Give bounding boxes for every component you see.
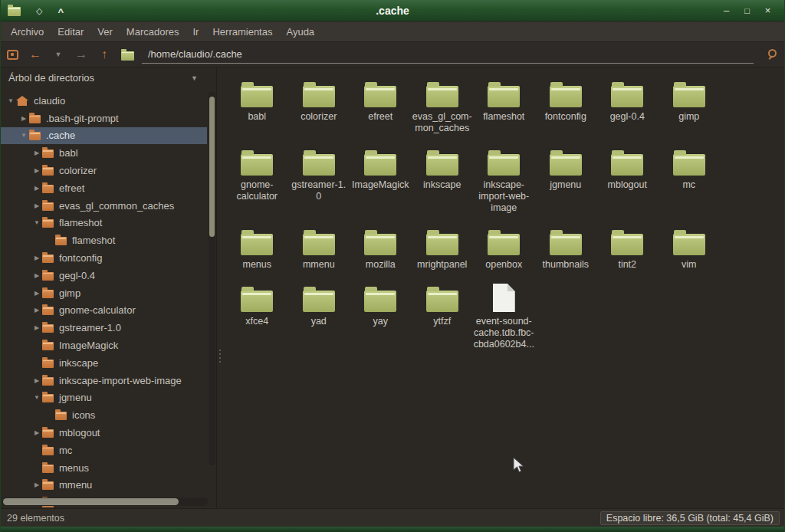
file-item-yad[interactable]: yad <box>288 281 350 361</box>
search-button[interactable] <box>758 44 784 65</box>
close-button[interactable]: × <box>757 0 778 21</box>
expander-collapsed-icon[interactable]: ▶ <box>18 115 29 122</box>
sidebar-mode-selector[interactable]: Árbol de directorios ▼ <box>1 67 216 88</box>
expander-collapsed-icon[interactable]: ▶ <box>31 202 42 209</box>
tree-item-menus[interactable]: menus <box>1 459 207 477</box>
scrollbar-thumb[interactable] <box>209 97 215 237</box>
tree-item-flameshot[interactable]: ▼flameshot <box>1 215 207 232</box>
expander-expanded-icon[interactable]: ▼ <box>18 132 29 139</box>
tree-item-evas_gl_common_caches[interactable]: ▶evas_gl_common_caches <box>1 197 207 215</box>
history-dropdown-button[interactable]: ▼ <box>47 44 70 65</box>
file-item-vim[interactable]: vim <box>659 225 721 281</box>
tree-item-ImageMagick[interactable]: ImageMagick <box>1 337 207 354</box>
icon-box <box>488 77 520 107</box>
back-button[interactable]: ← <box>24 44 47 65</box>
file-item-evas_gl_common_caches[interactable]: evas_gl_com-mon_caches <box>412 77 474 145</box>
sidebar-horizontal-scrollbar[interactable] <box>2 498 208 506</box>
expander-collapsed-icon[interactable]: ▶ <box>31 290 42 297</box>
pane-splitter[interactable] <box>217 67 225 508</box>
file-item-babl[interactable]: babl <box>226 77 288 145</box>
file-item-fontconfig[interactable]: fontconfig <box>535 77 597 145</box>
file-item-thumbnails[interactable]: thumbnails <box>535 225 597 281</box>
expander-expanded-icon[interactable]: ▼ <box>31 219 42 226</box>
folder-icon <box>42 377 54 386</box>
file-item-mozilla[interactable]: mozilla <box>350 225 412 281</box>
file-item-gnome-calculator[interactable]: gnome-calculator <box>226 145 288 225</box>
expander-collapsed-icon[interactable]: ▶ <box>31 377 42 384</box>
file-item-gegl-0.4[interactable]: gegl-0.4 <box>596 77 659 145</box>
menu-item-ver[interactable]: Ver <box>90 21 120 42</box>
expander-collapsed-icon[interactable]: ▶ <box>31 272 42 279</box>
maximize-button[interactable]: □ <box>737 0 757 21</box>
expander-expanded-icon[interactable]: ▼ <box>5 97 16 104</box>
titlebar[interactable]: ◇ ^ .cache – □ × <box>1 0 784 21</box>
file-item-event-sound-cache.tdb.fbc-cbda0602b4[interactable]: event-sound-cache.tdb.fbc-cbda0602b4... <box>473 281 535 361</box>
file-item-flameshot[interactable]: flameshot <box>473 77 535 145</box>
file-item-inkscape[interactable]: inkscape <box>412 145 474 225</box>
tree-item-efreet[interactable]: ▶efreet <box>1 179 207 197</box>
tree-item-mc[interactable]: mc <box>1 442 207 459</box>
file-item-efreet[interactable]: efreet <box>350 77 412 145</box>
file-item-mblogout[interactable]: mblogout <box>596 145 659 225</box>
menu-item-archivo[interactable]: Archivo <box>4 21 51 42</box>
tree-item-icons[interactable]: icons <box>1 406 207 424</box>
menu-item-herramientas[interactable]: Herramientas <box>205 21 279 42</box>
tree-item-colorizer[interactable]: ▶colorizer <box>1 162 207 179</box>
menu-item-ir[interactable]: Ir <box>186 21 205 42</box>
forward-button[interactable]: → <box>70 44 93 65</box>
tree-item-mmenu[interactable]: ▶mmenu <box>1 477 207 494</box>
expander-collapsed-icon[interactable]: ▶ <box>31 307 42 314</box>
sidebar-vertical-scrollbar[interactable] <box>209 92 215 465</box>
file-item-ImageMagick[interactable]: ImageMagick <box>350 145 412 225</box>
menu-item-ayuda[interactable]: Ayuda <box>279 21 321 42</box>
expander-collapsed-icon[interactable]: ▶ <box>31 324 42 331</box>
tree-item-flameshot[interactable]: flameshot <box>1 232 207 249</box>
up-button[interactable]: ↑ <box>93 44 116 65</box>
expander-collapsed-icon[interactable]: ▶ <box>31 167 42 174</box>
file-item-colorizer[interactable]: colorizer <box>288 77 350 145</box>
tree-item-fontconfig[interactable]: ▶fontconfig <box>1 249 207 267</box>
tree-item-.cache[interactable]: ▼.cache <box>1 127 207 145</box>
home-button[interactable] <box>116 44 139 65</box>
sticky-window-icon[interactable]: ◇ <box>36 0 42 21</box>
tree-item-gnome-calculator[interactable]: ▶gnome-calculator <box>1 302 207 320</box>
expander-collapsed-icon[interactable]: ▶ <box>31 481 42 488</box>
file-item-jgmenu[interactable]: jgmenu <box>535 145 597 225</box>
tree-item-.bash-git-prompt[interactable]: ▶.bash-git-prompt <box>1 110 207 127</box>
menu-item-editar[interactable]: Editar <box>51 21 90 42</box>
file-item-menus[interactable]: menus <box>226 225 288 281</box>
file-item-label: fontconfig <box>545 111 586 123</box>
minimize-button[interactable]: – <box>716 0 737 21</box>
tree-item-mblogout[interactable]: ▶mblogout <box>1 424 207 442</box>
file-item-mrightpanel[interactable]: mrightpanel <box>412 225 474 281</box>
expander-collapsed-icon[interactable]: ▶ <box>31 429 42 436</box>
tree-item-gegl-0.4[interactable]: ▶gegl-0.4 <box>1 267 207 284</box>
file-item-yay[interactable]: yay <box>350 281 412 361</box>
new-tab-button[interactable] <box>1 44 24 65</box>
file-item-tint2[interactable]: tint2 <box>596 225 659 281</box>
file-item-gstreamer-1.0[interactable]: gstreamer-1.0 <box>288 145 350 225</box>
tree-item-gstreamer-1.0[interactable]: ▶gstreamer-1.0 <box>1 319 207 337</box>
file-item-inkscape-import-web-image[interactable]: inkscape-import-web-image <box>473 145 535 225</box>
shade-window-icon[interactable]: ^ <box>57 2 64 23</box>
expander-collapsed-icon[interactable]: ▶ <box>31 149 42 156</box>
file-item-gimp[interactable]: gimp <box>659 77 721 145</box>
tree-item-babl[interactable]: ▶babl <box>1 144 207 162</box>
menu-item-marcadores[interactable]: Marcadores <box>120 21 186 42</box>
tree-item-inkscape-import-web-image[interactable]: ▶inkscape-import-web-image <box>1 372 207 389</box>
file-item-ytfzf[interactable]: ytfzf <box>412 281 474 361</box>
file-item-mmenu[interactable]: mmenu <box>288 225 350 281</box>
file-item-xfce4[interactable]: xfce4 <box>226 281 288 361</box>
file-item-openbox[interactable]: openbox <box>473 225 535 281</box>
tree-item-jgmenu[interactable]: ▼jgmenu <box>1 389 207 407</box>
tree-item-claudio[interactable]: ▼claudio <box>1 92 207 110</box>
file-item-mc[interactable]: mc <box>659 145 721 225</box>
expander-collapsed-icon[interactable]: ▶ <box>31 185 42 192</box>
tree-item-gimp[interactable]: ▶gimp <box>1 284 207 302</box>
path-input[interactable]: /home/claudio/.cache <box>142 45 754 64</box>
tree-item-inkscape[interactable]: inkscape <box>1 354 207 372</box>
expander-expanded-icon[interactable]: ▼ <box>31 394 42 401</box>
file-item-label: ImageMagick <box>352 179 409 191</box>
expander-collapsed-icon[interactable]: ▶ <box>31 255 42 261</box>
scrollbar-thumb[interactable] <box>3 498 179 505</box>
